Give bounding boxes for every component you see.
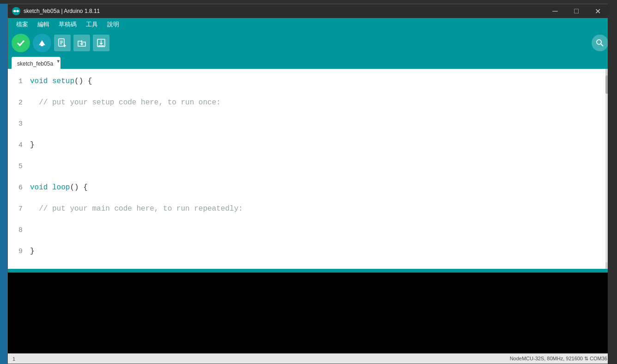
status-line-number: 1 — [12, 356, 15, 362]
arduino-ide-window: sketch_feb05a | Arduino 1.8.11 ─ □ ✕ 檔案 … — [7, 4, 612, 364]
maximize-button[interactable]: □ — [566, 4, 587, 18]
line-num-6: 6 — [8, 177, 26, 198]
verify-icon — [16, 38, 26, 48]
svg-line-15 — [601, 44, 603, 46]
tab-dropdown-icon[interactable]: ▼ — [56, 59, 60, 64]
open-icon — [77, 38, 87, 48]
save-button[interactable] — [93, 35, 109, 51]
menu-help[interactable]: 說明 — [103, 18, 124, 30]
verify-button[interactable] — [12, 34, 30, 52]
menu-bar: 檔案 編輯 草稿碼 工具 說明 — [8, 18, 612, 31]
line-num-2: 2 — [8, 92, 26, 113]
code-line-4: } — [30, 134, 602, 156]
code-line-3 — [30, 113, 602, 134]
open-button[interactable] — [73, 35, 90, 51]
line-num-4: 4 — [8, 134, 26, 156]
menu-edit[interactable]: 編輯 — [33, 18, 54, 30]
line-num-1: 1 — [8, 71, 26, 92]
keyword-void-2: void — [30, 183, 48, 192]
search-button[interactable] — [592, 35, 608, 51]
line-num-9: 9 — [8, 241, 26, 262]
window-controls: ─ □ ✕ — [544, 4, 608, 18]
close-button[interactable]: ✕ — [587, 4, 608, 18]
brace-close-1: } — [30, 141, 35, 149]
taskbar-top — [0, 0, 617, 4]
status-board-info: NodeMCU-32S, 80MHz, 921600 ⇅ COM36 — [510, 356, 607, 362]
comment-loop: // put your main code here, to run repea… — [30, 205, 243, 213]
upload-button[interactable] — [33, 34, 51, 52]
keyword-loop: loop — [52, 183, 70, 192]
code-editor[interactable]: void setup () { // put your setup code h… — [26, 69, 605, 269]
line-num-3: 3 — [8, 113, 26, 134]
toolbar — [8, 31, 612, 55]
tab-label: sketch_feb05a — [17, 61, 53, 67]
svg-point-14 — [597, 40, 601, 44]
code-line-1: void setup () { — [30, 71, 602, 92]
new-file-icon — [57, 38, 67, 48]
window-title: sketch_feb05a | Arduino 1.8.11 — [24, 8, 544, 14]
line-num-5: 5 — [8, 156, 26, 177]
brace-close-2: } — [30, 247, 35, 255]
editor-container: 1 2 3 4 5 6 7 8 9 void setup () { // put… — [8, 69, 612, 269]
console-output — [8, 273, 612, 353]
right-desktop-edge — [608, 4, 617, 364]
svg-rect-5 — [41, 45, 43, 46]
menu-sketch[interactable]: 草稿碼 — [54, 18, 81, 30]
new-button[interactable] — [54, 35, 71, 51]
save-icon — [96, 38, 106, 48]
menu-tools[interactable]: 工具 — [81, 18, 103, 30]
comment-setup: // put your setup code here, to run once… — [30, 98, 221, 107]
line-numbers: 1 2 3 4 5 6 7 8 9 — [8, 69, 26, 269]
code-line-5 — [30, 156, 602, 177]
app-icon — [12, 6, 21, 16]
tab-bar: sketch_feb05a ▼ — [8, 55, 612, 69]
code-line-7: // put your main code here, to run repea… — [30, 198, 602, 219]
status-bar: 1 NodeMCU-32S, 80MHz, 921600 ⇅ COM36 — [8, 353, 612, 364]
window-titlebar: sketch_feb05a | Arduino 1.8.11 ─ □ ✕ — [8, 4, 612, 18]
active-tab[interactable]: sketch_feb05a ▼ — [12, 57, 60, 69]
left-desktop-edge — [0, 4, 7, 364]
line-num-7: 7 — [8, 198, 26, 219]
code-line-8 — [30, 219, 602, 241]
keyword-void-1: void — [30, 77, 48, 85]
menu-file[interactable]: 檔案 — [12, 18, 33, 30]
keyword-setup: setup — [52, 77, 74, 85]
code-line-6: void loop () { — [30, 177, 602, 198]
line-num-8: 8 — [8, 219, 26, 241]
svg-marker-4 — [39, 40, 45, 45]
minimize-button[interactable]: ─ — [544, 4, 566, 18]
code-line-9: } — [30, 241, 602, 262]
code-line-2: // put your setup code here, to run once… — [30, 92, 602, 113]
upload-icon — [37, 38, 47, 48]
search-icon — [595, 38, 605, 48]
bottom-teal-bar — [8, 269, 612, 273]
